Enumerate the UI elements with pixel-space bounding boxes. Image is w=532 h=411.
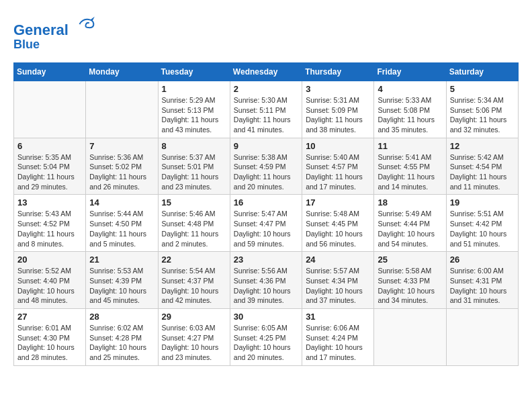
- day-info: Sunrise: 6:02 AMSunset: 4:28 PMDaylight:…: [89, 323, 154, 363]
- day-info: Sunrise: 5:51 AMSunset: 4:42 PMDaylight:…: [450, 209, 515, 248]
- day-number: 7: [89, 141, 154, 151]
- day-number: 10: [306, 141, 370, 151]
- calendar-cell: 21 Sunrise: 5:53 AMSunset: 4:39 PMDaylig…: [86, 252, 158, 309]
- day-info: Sunrise: 5:46 AMSunset: 4:48 PMDaylight:…: [162, 209, 226, 248]
- day-info: Sunrise: 5:48 AMSunset: 4:45 PMDaylight:…: [306, 209, 370, 248]
- day-info: Sunrise: 5:29 AMSunset: 5:13 PMDaylight:…: [162, 95, 226, 135]
- day-info: Sunrise: 5:57 AMSunset: 4:34 PMDaylight:…: [306, 266, 370, 306]
- day-number: 6: [17, 141, 82, 151]
- calendar-week-5: 27 Sunrise: 6:01 AMSunset: 4:30 PMDaylig…: [14, 308, 519, 365]
- day-number: 14: [89, 197, 154, 208]
- calendar-cell: [446, 308, 518, 365]
- calendar-cell: 14 Sunrise: 5:44 AMSunset: 4:50 PMDaylig…: [86, 195, 158, 252]
- day-number: 29: [162, 312, 226, 322]
- weekday-header-tuesday: Tuesday: [158, 62, 230, 81]
- day-info: Sunrise: 5:47 AMSunset: 4:47 PMDaylight:…: [234, 209, 298, 248]
- day-info: Sunrise: 6:06 AMSunset: 4:24 PMDaylight:…: [306, 323, 370, 363]
- day-info: Sunrise: 5:53 AMSunset: 4:39 PMDaylight:…: [89, 266, 154, 306]
- calendar-cell: 18 Sunrise: 5:49 AMSunset: 4:44 PMDaylig…: [374, 195, 446, 252]
- day-number: 11: [378, 141, 442, 151]
- calendar-cell: 1 Sunrise: 5:29 AMSunset: 5:13 PMDayligh…: [158, 81, 230, 138]
- day-number: 15: [162, 197, 226, 208]
- calendar-cell: 13 Sunrise: 5:43 AMSunset: 4:52 PMDaylig…: [14, 195, 86, 252]
- day-info: Sunrise: 5:49 AMSunset: 4:44 PMDaylight:…: [378, 209, 442, 248]
- day-number: 23: [234, 255, 298, 265]
- day-number: 19: [450, 197, 515, 208]
- day-number: 17: [306, 197, 370, 208]
- day-info: Sunrise: 5:43 AMSunset: 4:52 PMDaylight:…: [17, 209, 82, 248]
- calendar-cell: 30 Sunrise: 6:05 AMSunset: 4:25 PMDaylig…: [230, 308, 302, 365]
- day-info: Sunrise: 5:54 AMSunset: 4:37 PMDaylight:…: [162, 266, 226, 306]
- weekday-header-friday: Friday: [374, 62, 446, 81]
- day-number: 27: [17, 312, 82, 322]
- day-number: 2: [234, 84, 298, 94]
- day-number: 25: [378, 255, 442, 265]
- day-number: 20: [17, 255, 82, 265]
- day-number: 3: [306, 84, 370, 94]
- calendar-cell: 28 Sunrise: 6:02 AMSunset: 4:28 PMDaylig…: [86, 308, 158, 365]
- day-info: Sunrise: 5:35 AMSunset: 5:04 PMDaylight:…: [17, 152, 82, 192]
- day-info: Sunrise: 6:03 AMSunset: 4:27 PMDaylight:…: [162, 323, 226, 363]
- calendar-cell: 15 Sunrise: 5:46 AMSunset: 4:48 PMDaylig…: [158, 195, 230, 252]
- calendar-cell: [86, 81, 158, 138]
- day-number: 18: [378, 197, 442, 208]
- calendar-cell: [14, 81, 86, 138]
- day-number: 28: [89, 312, 154, 322]
- day-info: Sunrise: 5:36 AMSunset: 5:02 PMDaylight:…: [89, 152, 154, 192]
- logo-text: General: [13, 13, 97, 38]
- calendar-cell: 4 Sunrise: 5:33 AMSunset: 5:08 PMDayligh…: [374, 81, 446, 138]
- day-number: 1: [162, 84, 226, 94]
- day-info: Sunrise: 5:56 AMSunset: 4:36 PMDaylight:…: [234, 266, 298, 306]
- day-number: 16: [234, 197, 298, 208]
- day-info: Sunrise: 6:05 AMSunset: 4:25 PMDaylight:…: [234, 323, 298, 363]
- day-info: Sunrise: 6:01 AMSunset: 4:30 PMDaylight:…: [17, 323, 82, 363]
- weekday-header-thursday: Thursday: [302, 62, 374, 81]
- day-number: 26: [450, 255, 515, 265]
- day-info: Sunrise: 5:30 AMSunset: 5:11 PMDaylight:…: [234, 95, 298, 135]
- calendar-cell: 6 Sunrise: 5:35 AMSunset: 5:04 PMDayligh…: [14, 138, 86, 195]
- day-number: 21: [89, 255, 154, 265]
- day-number: 12: [450, 141, 515, 151]
- day-number: 30: [234, 312, 298, 322]
- calendar-cell: 27 Sunrise: 6:01 AMSunset: 4:30 PMDaylig…: [14, 308, 86, 365]
- calendar-cell: 29 Sunrise: 6:03 AMSunset: 4:27 PMDaylig…: [158, 308, 230, 365]
- calendar-cell: 23 Sunrise: 5:56 AMSunset: 4:36 PMDaylig…: [230, 252, 302, 309]
- day-info: Sunrise: 5:34 AMSunset: 5:06 PMDaylight:…: [450, 95, 515, 135]
- day-info: Sunrise: 5:41 AMSunset: 4:55 PMDaylight:…: [378, 152, 442, 192]
- day-info: Sunrise: 5:33 AMSunset: 5:08 PMDaylight:…: [378, 95, 442, 135]
- day-info: Sunrise: 5:42 AMSunset: 4:54 PMDaylight:…: [450, 152, 515, 192]
- calendar-cell: 19 Sunrise: 5:51 AMSunset: 4:42 PMDaylig…: [446, 195, 518, 252]
- day-info: Sunrise: 5:31 AMSunset: 5:09 PMDaylight:…: [306, 95, 370, 135]
- day-info: Sunrise: 5:58 AMSunset: 4:33 PMDaylight:…: [378, 266, 442, 306]
- calendar-week-1: 1 Sunrise: 5:29 AMSunset: 5:13 PMDayligh…: [14, 81, 519, 138]
- calendar-cell: 17 Sunrise: 5:48 AMSunset: 4:45 PMDaylig…: [302, 195, 374, 252]
- weekday-header-sunday: Sunday: [14, 62, 86, 81]
- calendar-cell: 22 Sunrise: 5:54 AMSunset: 4:37 PMDaylig…: [158, 252, 230, 309]
- weekday-header-row: SundayMondayTuesdayWednesdayThursdayFrid…: [14, 62, 519, 81]
- day-info: Sunrise: 5:38 AMSunset: 4:59 PMDaylight:…: [234, 152, 298, 192]
- day-info: Sunrise: 5:40 AMSunset: 4:57 PMDaylight:…: [306, 152, 370, 192]
- day-number: 4: [378, 84, 442, 94]
- logo: General Blue: [13, 13, 97, 52]
- day-info: Sunrise: 6:00 AMSunset: 4:31 PMDaylight:…: [450, 266, 515, 306]
- day-info: Sunrise: 5:44 AMSunset: 4:50 PMDaylight:…: [89, 209, 154, 248]
- calendar-cell: 31 Sunrise: 6:06 AMSunset: 4:24 PMDaylig…: [302, 308, 374, 365]
- calendar-table: SundayMondayTuesdayWednesdayThursdayFrid…: [13, 62, 519, 366]
- calendar-cell: 20 Sunrise: 5:52 AMSunset: 4:40 PMDaylig…: [14, 252, 86, 309]
- weekday-header-saturday: Saturday: [446, 62, 518, 81]
- calendar-week-2: 6 Sunrise: 5:35 AMSunset: 5:04 PMDayligh…: [14, 138, 519, 195]
- weekday-header-wednesday: Wednesday: [230, 62, 302, 81]
- calendar-cell: 25 Sunrise: 5:58 AMSunset: 4:33 PMDaylig…: [374, 252, 446, 309]
- logo-bird-icon: [75, 13, 97, 35]
- calendar-cell: 8 Sunrise: 5:37 AMSunset: 5:01 PMDayligh…: [158, 138, 230, 195]
- day-number: 31: [306, 312, 370, 322]
- calendar-cell: 7 Sunrise: 5:36 AMSunset: 5:02 PMDayligh…: [86, 138, 158, 195]
- day-number: 9: [234, 141, 298, 151]
- page-header: General Blue: [13, 13, 519, 52]
- calendar-cell: 5 Sunrise: 5:34 AMSunset: 5:06 PMDayligh…: [446, 81, 518, 138]
- calendar-week-3: 13 Sunrise: 5:43 AMSunset: 4:52 PMDaylig…: [14, 195, 519, 252]
- day-info: Sunrise: 5:37 AMSunset: 5:01 PMDaylight:…: [162, 152, 226, 192]
- day-info: Sunrise: 5:52 AMSunset: 4:40 PMDaylight:…: [17, 266, 82, 306]
- day-number: 5: [450, 84, 515, 94]
- calendar-cell: 3 Sunrise: 5:31 AMSunset: 5:09 PMDayligh…: [302, 81, 374, 138]
